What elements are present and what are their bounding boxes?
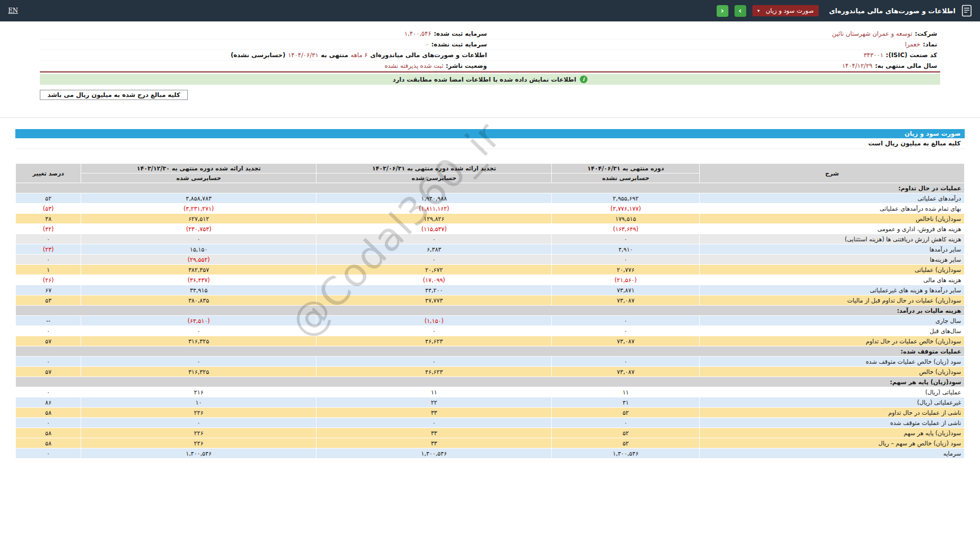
- language-toggle-en[interactable]: EN: [8, 7, 18, 14]
- row-value-cell: ۰: [81, 234, 316, 244]
- row-value-cell: ۷۳,۰۸۷: [552, 367, 700, 377]
- signature-match-text: اطلاعات نمایش داده شده با اطلاعات امضا ش…: [393, 76, 576, 83]
- section-title-cell: عملیات در حال تداوم:: [16, 183, 965, 193]
- report-period-date: ۱۴۰۴/۰۶/۳۱: [288, 52, 318, 59]
- row-value-cell: ۰: [81, 326, 316, 336]
- statement-data-row: هزینه های مالی(۲۱,۵۶۰)(۱۷,۰۹۹)(۳۶,۴۳۷)(۲…: [16, 275, 965, 285]
- isic-code-field: کد صنعت (ISIC): ۳۴۳۰۰۱: [490, 50, 940, 61]
- row-value-cell: (۱۶۳,۶۴۹): [552, 224, 700, 234]
- row-value-cell: (۵۳): [16, 204, 81, 214]
- statement-data-row: سود (زیان) خالص هر سهم – ریال۵۲۳۳۲۲۶۵۸: [16, 438, 965, 448]
- publisher-status-label: وضعیت ناشر:: [446, 62, 487, 69]
- amounts-note-row: کلیه مبالغ به میلیون ریال است: [15, 138, 965, 149]
- row-value-cell: ۳۴,۹۱۵: [81, 285, 316, 295]
- row-value-cell: ۰: [16, 387, 81, 397]
- row-value-cell: (۴,۲۳۱,۲۷۱): [81, 204, 316, 214]
- row-label-cell: سود(زیان) عملیات در حال تداوم قبل از مال…: [700, 295, 965, 306]
- row-value-cell: ۲۰,۷۷۶: [552, 265, 700, 275]
- row-value-cell: ۱۱: [316, 387, 552, 397]
- statement-data-row: غیرعملیاتی (ریال)۴۱۲۲۱۰۸۶: [16, 397, 965, 408]
- row-value-cell: ۰: [552, 234, 700, 244]
- row-value-cell: (۶۴,۵۱۰): [81, 316, 316, 326]
- row-value-cell: ۷۳,۰۸۷: [552, 336, 700, 346]
- statement-data-row: سایر هزینه‌ها۰۰(۲۹,۵۵۲)۰: [16, 255, 965, 265]
- nav-forward-button[interactable]: ›: [734, 5, 746, 17]
- row-value-cell: (۳۶,۴۳۷): [81, 275, 316, 285]
- row-value-cell: ۳۸۰,۸۳۵: [81, 295, 316, 306]
- statement-data-row: سود(زیان) عملیات در حال تداوم قبل از مال…: [16, 295, 965, 306]
- row-value-cell: ۱۲۹,۸۲۶: [316, 214, 552, 224]
- row-label-cell: سایر درآمدها: [700, 244, 965, 255]
- row-value-cell: (۱۱۵,۵۳۷): [316, 224, 552, 234]
- row-value-cell: --: [16, 316, 81, 326]
- unregistered-capital-field: سرمایه ثبت نشده: ۰: [40, 39, 490, 50]
- row-label-cell: سایر درآمدها و هزینه های غیرعملیاتی: [700, 285, 965, 295]
- row-value-cell: ۰: [16, 448, 81, 459]
- row-value-cell: ۳۳: [316, 408, 552, 418]
- report-period-suffix: (حسابرسی نشده): [231, 52, 285, 59]
- company-name-field: شرکت: توسعه و عمران شهرستان نائین: [490, 29, 940, 39]
- statement-data-row: هزینه کاهش ارزش دریافتنی ها (هزینه استثن…: [16, 234, 965, 244]
- row-value-cell: ۴۱: [552, 397, 700, 408]
- company-info-grid: شرکت: توسعه و عمران شهرستان نائین سرمایه…: [40, 29, 940, 71]
- row-value-cell: ۵۸: [16, 408, 81, 418]
- statement-data-row: سرمایه۱,۴۰۰,۵۴۶۱,۴۰۰,۵۴۶۱,۴۰۰,۵۴۶۰: [16, 448, 965, 459]
- row-value-cell: ۲۲: [316, 397, 552, 408]
- row-value-cell: ۰: [16, 418, 81, 428]
- signature-match-banner: i اطلاعات نمایش داده شده با اطلاعات امضا…: [40, 74, 940, 85]
- statement-data-row: سال‌های قبل۰۰۰۰: [16, 326, 965, 336]
- row-value-cell: ۱۵,۱۵۰: [81, 244, 316, 255]
- row-value-cell: ۴۷,۷۷۳: [316, 295, 552, 306]
- isic-code-value: ۳۴۳۰۰۱: [864, 52, 884, 59]
- section-title-cell: عملیات متوقف شده:: [16, 346, 965, 357]
- statement-type-dropdown[interactable]: صورت سود و زیان ▾: [752, 5, 819, 16]
- statement-table-header: شرح دوره منتهی به ۱۴۰۴/۰۶/۳۱ تجدید ارائه…: [16, 164, 965, 183]
- row-value-cell: ۲,۹۵۵,۶۹۲: [552, 193, 700, 204]
- row-label-cell: سود (زیان) خالص هر سهم – ریال: [700, 438, 965, 448]
- isic-code-label: کد صنعت (ISIC):: [886, 52, 937, 59]
- page: { "top_bar": { "title": "اطلاعات و صورت‌…: [0, 0, 980, 551]
- row-value-cell: ۳۳: [316, 428, 552, 438]
- row-value-cell: ۳۱۶,۳۲۵: [81, 367, 316, 377]
- col-header-current-period: دوره منتهی به ۱۴۰۴/۰۶/۳۱: [552, 164, 700, 173]
- statement-section-row: سود(زیان) پایه هر سهم:: [16, 377, 965, 387]
- row-value-cell: (۲۱,۵۶۰): [552, 275, 700, 285]
- row-value-cell: ۵۸: [16, 428, 81, 438]
- registered-capital-label: سرمایه ثبت شده:: [434, 30, 487, 37]
- row-value-cell: (۲۹,۵۵۲): [81, 255, 316, 265]
- page-title: اطلاعات و صورت‌های مالی میاندوره‌ای: [829, 7, 955, 15]
- report-period-middle: منتهی به: [321, 52, 348, 59]
- row-value-cell: ۴,۸۵۸,۷۸۳: [81, 193, 316, 204]
- section-divider: [0, 117, 980, 118]
- row-value-cell: ۲۲۶: [81, 438, 316, 448]
- statement-table-body: عملیات در حال تداوم:درآمدهای عملیاتی۲,۹۵…: [16, 183, 965, 459]
- row-value-cell: ۰: [16, 255, 81, 265]
- col-subheader-audited-year: حسابرسی شده: [81, 173, 316, 183]
- info-icon: i: [580, 76, 587, 83]
- row-label-cell: عملیاتی (ریال): [700, 387, 965, 397]
- unregistered-capital-value: ۰: [426, 41, 429, 48]
- income-statement-table: شرح دوره منتهی به ۱۴۰۴/۰۶/۳۱ تجدید ارائه…: [15, 163, 965, 459]
- row-value-cell: ۰: [552, 357, 700, 367]
- registered-capital-value: ۱,۴۰۰,۵۴۶: [404, 30, 431, 37]
- statement-data-row: سال جاری۰(۱,۱۵۰)(۶۴,۵۱۰)--: [16, 316, 965, 326]
- row-label-cell: سود(زیان) پایه هر سهم: [700, 428, 965, 438]
- row-value-cell: ۱: [16, 265, 81, 275]
- statement-content: صورت سود و زیان کلیه مبالغ به میلیون ریا…: [15, 129, 965, 459]
- row-value-cell: ۲۱۶: [81, 387, 316, 397]
- row-value-cell: ۰: [81, 357, 316, 367]
- col-subheader-audited-halfyear: حسابرسی شده: [316, 173, 552, 183]
- row-label-cell: سود(زیان) خالص: [700, 367, 965, 377]
- row-label-cell: سود(زیان) ناخالص: [700, 214, 965, 224]
- nav-back-button[interactable]: ‹: [717, 5, 728, 17]
- top-bar: اطلاعات و صورت‌های مالی میاندوره‌ای صورت…: [0, 0, 980, 21]
- ticker-symbol-field: نماد: خعمرا: [490, 39, 940, 50]
- row-value-cell: (۱,۸۱۱,۱۶۲): [316, 204, 552, 214]
- row-label-cell: درآمدهای عملیاتی: [700, 193, 965, 204]
- row-value-cell: ۵۲: [16, 193, 81, 204]
- row-value-cell: ۶,۳۸۳: [316, 244, 552, 255]
- row-label-cell: سال‌های قبل: [700, 326, 965, 336]
- row-value-cell: ۱,۴۰۰,۵۴۶: [552, 448, 700, 459]
- row-value-cell: ۵۳: [16, 295, 81, 306]
- registered-capital-field: سرمایه ثبت شده: ۱,۴۰۰,۵۴۶: [40, 29, 490, 39]
